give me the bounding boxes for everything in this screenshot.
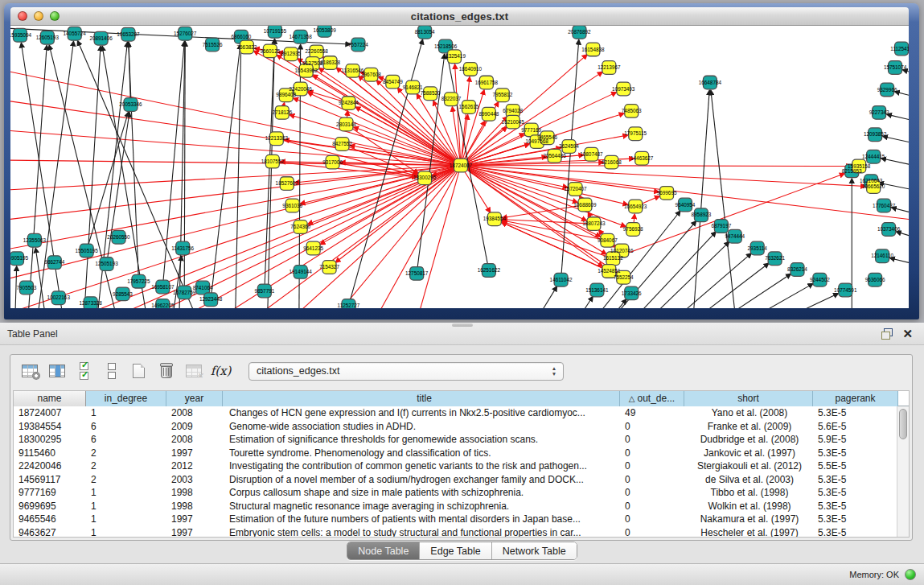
graph-node-label: 11125419	[890, 46, 909, 51]
graph-edge	[411, 166, 461, 308]
column-header-short[interactable]: short	[684, 391, 813, 406]
graph-node-label: 2718126	[272, 109, 292, 115]
graph-node-label: 14611042	[550, 277, 573, 282]
table-cell: 2	[86, 459, 166, 473]
table-tabs: Node TableEdge TableNetwork Table	[0, 542, 924, 560]
table-row[interactable]: 1872400712008Changes of HCN gene express…	[14, 406, 909, 420]
graph-node-label: 16958107	[151, 284, 175, 290]
graph-node-label: 16782759	[173, 290, 196, 295]
show-column-icon	[49, 365, 65, 377]
table-cell: 0	[620, 500, 684, 513]
graph-node-label: 6879197	[711, 223, 731, 229]
graph-node-label: 10807487	[580, 151, 603, 157]
table-row[interactable]: 1456911722003Disruption of a novel membe…	[14, 473, 909, 487]
tab-node-table[interactable]: Node Table	[347, 542, 419, 559]
network-graph[interactable]: 1872400715935094126051931405572420891406…	[10, 26, 909, 308]
graph-node-label: 15276027	[174, 31, 197, 36]
table-row[interactable]: 2242004622012Investigating the contribut…	[14, 459, 909, 473]
delete-table-button[interactable]: ✕	[183, 360, 204, 381]
show-column-button[interactable]	[46, 360, 68, 381]
graph-edge	[626, 242, 729, 308]
column-header-title[interactable]: title	[223, 391, 620, 406]
graph-node-label: 9640954	[676, 202, 696, 208]
table-row[interactable]: 1938455462009Genome-wide association stu…	[14, 420, 909, 434]
table-row[interactable]: 1830029562008Estimation of significance …	[14, 433, 909, 447]
graph-node-label: 8427552	[332, 141, 352, 146]
table-cell: Structural magnetic resonance image aver…	[223, 500, 620, 513]
float-panel-icon[interactable]	[881, 328, 893, 339]
table-row[interactable]: 946554611997Estimation of the future num…	[14, 513, 909, 526]
table-scrollbar[interactable]	[897, 406, 909, 537]
tab-edge-table[interactable]: Edge Table	[419, 542, 491, 559]
graph-node-label: 18807243	[582, 220, 606, 226]
graph-edge	[613, 174, 844, 258]
table-cell: 1	[86, 513, 166, 526]
graph-edge	[737, 294, 839, 308]
graph-node-label: 6866160	[232, 34, 252, 39]
graph-edge	[87, 112, 129, 250]
graph-node-label: 9242844	[339, 100, 359, 105]
new-document-button[interactable]	[128, 360, 150, 381]
graph-node-label: 8186328	[320, 60, 340, 65]
split-grip[interactable]	[452, 323, 473, 327]
table-cell: 0	[620, 473, 684, 487]
graph-node-label: 18640910	[459, 66, 483, 72]
table-row[interactable]: 969969511998Structural magnetic resonanc…	[14, 500, 909, 513]
graph-edge	[78, 41, 207, 308]
table-cell: Embryonic stem cells: a model to study s…	[223, 526, 620, 538]
network-canvas[interactable]: 1872400715935094126051931405572420891406…	[10, 26, 909, 308]
graph-node-label: 16654923	[624, 204, 647, 209]
graph-node-label: 20260550	[107, 234, 130, 240]
graph-edge	[689, 274, 791, 308]
table-cell: 1	[86, 486, 166, 500]
graph-node-label: 20891406	[89, 35, 113, 41]
column-header-name[interactable]: name	[14, 391, 86, 406]
graph-node-label: 15935158	[848, 163, 871, 169]
delete-button[interactable]	[155, 360, 177, 381]
tab-network-table[interactable]: Network Table	[491, 542, 577, 559]
column-header-year[interactable]: year	[166, 391, 223, 406]
column-header-out_de[interactable]: △out_de...	[620, 391, 684, 406]
graph-node-label: 7632621	[765, 255, 785, 261]
table-settings-button[interactable]	[18, 360, 40, 381]
graph-node-label: 16053809	[313, 27, 336, 33]
graph-node-label: 10665620	[862, 183, 885, 189]
graph-node-label: 7485063	[622, 108, 642, 113]
table-selector-dropdown[interactable]: citations_edges.txt ▲▼	[248, 362, 564, 381]
table-row[interactable]: 911546021997Tourette syndrome. Phenomeno…	[14, 447, 909, 460]
table-cell: Franke et al. (2009)	[684, 420, 813, 434]
close-panel-icon[interactable]: ✕	[902, 328, 913, 340]
table-row[interactable]: 946362711997Embryonic stem cells: a mode…	[14, 526, 909, 538]
memory-ok-icon[interactable]	[905, 569, 916, 580]
row-height-button[interactable]	[101, 360, 122, 381]
graph-node-label: 16961758	[475, 80, 499, 85]
scrollbar-thumb[interactable]	[899, 409, 907, 439]
graph-node-label: 15720407	[564, 186, 587, 192]
graph-edge	[211, 44, 240, 299]
column-header-pagerank[interactable]: pagerank	[813, 391, 898, 406]
graph-edge	[883, 136, 909, 149]
table-cell: 5.3E-5	[813, 406, 898, 420]
window-titlebar[interactable]: citations_edges.txt	[10, 7, 909, 26]
graph-node-label: 8958923	[692, 212, 712, 218]
table-cell: 6	[86, 420, 166, 434]
graph-node-label: 19384554	[483, 216, 507, 221]
graph-edge	[315, 166, 461, 308]
graph-node-label: 20564486	[543, 153, 566, 159]
graph-node-label: 8912935	[281, 51, 301, 57]
table-cell: 6	[86, 433, 166, 447]
table-cell: 2	[86, 447, 166, 460]
graph-node-label: 9896408	[276, 92, 296, 97]
function-builder-button[interactable]: f(x)	[210, 360, 232, 381]
graph-node-label: 15218506	[434, 43, 458, 49]
table-panel-titlebar[interactable]: Table Panel ✕	[0, 323, 924, 345]
window-title: citations_edges.txt	[10, 10, 909, 23]
select-rows-icon	[80, 362, 88, 380]
graph-node-label: 12213967	[598, 64, 621, 70]
table-cell: 5.3E-5	[813, 486, 898, 500]
graph-node-label: 9285543	[113, 291, 133, 297]
column-header-in_degree[interactable]: in_degree	[86, 391, 166, 406]
table-row[interactable]: 977716911998Corpus callosum shape and si…	[14, 486, 909, 500]
select-rows-button[interactable]	[73, 360, 95, 381]
graph-edge	[461, 166, 577, 203]
